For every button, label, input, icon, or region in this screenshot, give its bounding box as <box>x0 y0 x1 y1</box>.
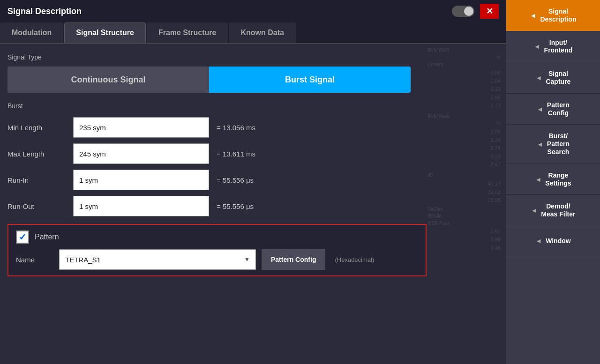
sidebar-icon-burst-pattern-search: ◄ <box>537 141 543 148</box>
evm-header4: EVM Peak <box>428 114 501 119</box>
sidebar-label-pattern-config: PatternConfig <box>547 101 570 117</box>
title-controls: ✕ <box>452 4 499 19</box>
name-dropdown-value: TETRA_S1 <box>65 256 101 264</box>
sidebar-label-input-frontend: Input/Frontend <box>544 39 573 55</box>
evm-95ile: 95%ile <box>428 214 501 219</box>
min-length-row: Min Length = 13.056 ms <box>8 117 414 138</box>
sidebar-label-burst-pattern-search: Burst/PatternSearch <box>547 132 570 156</box>
signal-type-buttons: Continuous Signal Burst Signal <box>8 67 411 93</box>
sidebar-item-input-frontend[interactable]: ◄ Input/Frontend <box>506 31 600 63</box>
evm-val4: 0.05 <box>428 94 501 102</box>
tab-modulation[interactable]: Modulation <box>0 22 63 43</box>
tab-known-data[interactable]: Known Data <box>229 22 295 43</box>
evm-msr: MSR Peak <box>428 221 501 226</box>
sidebar-item-demod-meas-filter[interactable]: ◄ Demod/Meas Filter <box>506 195 600 226</box>
sidebar-label-signal-description: SignalDescription <box>540 7 576 23</box>
checkmark-icon: ✓ <box>19 231 27 243</box>
continuous-signal-button[interactable]: Continuous Signal <box>8 67 209 93</box>
sidebar-item-burst-pattern-search[interactable]: ◄ Burst/PatternSearch <box>506 125 600 163</box>
evm-val14: 5.61 <box>428 228 501 236</box>
sidebar-icon-input-frontend: ◄ <box>534 43 540 50</box>
sidebar-label-range-settings: RangeSettings <box>545 171 571 187</box>
pattern-label: Pattern <box>35 233 59 241</box>
dialog-title: Signal Description <box>8 7 82 16</box>
sidebar-icon-signal-capture: ◄ <box>536 74 542 82</box>
pattern-checkbox[interactable]: ✓ <box>16 230 29 244</box>
pattern-config-button[interactable]: Pattern Config <box>262 249 325 270</box>
evm-val5: 1.12 <box>428 102 501 110</box>
evm-val12: 39.63 <box>428 188 501 197</box>
evm-header1: EVM RMS <box>428 48 501 53</box>
run-out-input[interactable] <box>73 196 209 216</box>
min-length-input[interactable] <box>73 117 209 138</box>
evm-stddev: StdDev <box>428 207 501 212</box>
sidebar-icon-pattern-config: ◄ <box>537 105 543 113</box>
sidebar-icon-window: ◄ <box>535 237 542 245</box>
sidebar-item-range-settings[interactable]: ◄ RangeSettings <box>506 164 600 195</box>
evm-val9: 0.23 <box>428 153 501 161</box>
name-label: Name <box>16 256 53 264</box>
title-bar: Signal Description ✕ <box>0 0 506 22</box>
right-sidebar: ◄ SignalDescription ◄ Input/Frontend ◄ S… <box>506 0 600 364</box>
burst-signal-button[interactable]: Burst Signal <box>209 67 411 93</box>
name-row: Name TETRA_S1 ▼ Pattern Config (Hexadeci… <box>16 249 418 270</box>
burst-label: Burst <box>8 102 414 110</box>
evm-percent2: % <box>428 121 501 126</box>
name-dropdown[interactable]: TETRA_S1 ▼ <box>59 249 256 270</box>
signal-type-label: Signal Type <box>8 53 414 61</box>
min-length-label: Min Length <box>8 124 73 132</box>
sidebar-item-window[interactable]: ◄ Window <box>506 226 600 256</box>
evm-val16: 2.48 <box>428 244 501 253</box>
toggle-switch[interactable] <box>452 6 474 17</box>
run-out-label: Run-Out <box>8 202 73 210</box>
tab-frame-structure[interactable]: Frame Structure <box>147 22 228 43</box>
evm-val8: 2.74 <box>428 144 501 153</box>
hexadecimal-label: (Hexadecimal) <box>335 256 374 263</box>
min-length-equals: = 13.056 ms <box>217 124 255 132</box>
evm-header6: dB <box>428 173 501 178</box>
evm-val10: 2.67 <box>428 161 501 169</box>
run-in-input[interactable] <box>73 170 209 190</box>
evm-overlay: EVM RMS % Current 0.98 1.04 1.13 0.05 1.… <box>422 44 506 364</box>
pattern-section: ✓ Pattern Name TETRA_S1 ▼ Pattern Config… <box>8 224 427 276</box>
sidebar-label-demod-meas-filter: Demod/Meas Filter <box>541 202 575 218</box>
evm-val15: 8.98 <box>428 236 501 244</box>
close-button[interactable]: ✕ <box>480 4 499 19</box>
max-length-equals: = 13.611 ms <box>217 150 255 158</box>
evm-val11: 40.17 <box>428 180 501 188</box>
sidebar-item-signal-capture[interactable]: ◄ SignalCapture <box>506 62 600 94</box>
evm-percent: % <box>428 55 501 60</box>
evm-val3: 1.13 <box>428 85 501 94</box>
sidebar-icon-demod-meas-filter: ◄ <box>531 207 538 214</box>
tab-signal-structure[interactable]: Signal Structure <box>64 22 146 43</box>
sidebar-label-signal-capture: SignalCapture <box>546 70 570 86</box>
sidebar-item-signal-description[interactable]: ◄ SignalDescription <box>506 0 600 31</box>
run-out-row: Run-Out = 55.556 μs <box>8 196 414 216</box>
evm-val2: 1.04 <box>428 77 501 86</box>
max-length-input[interactable] <box>73 143 209 164</box>
evm-current: Current <box>428 62 501 67</box>
content-area: EVM RMS % Current 0.98 1.04 1.13 0.05 1.… <box>0 44 506 364</box>
sidebar-icon-signal-description: ◄ <box>530 12 537 19</box>
evm-val6: 2.00 <box>428 128 501 136</box>
sidebar-item-pattern-config[interactable]: ◄ PatternConfig <box>506 94 600 125</box>
max-length-row: Max Length = 13.611 ms <box>8 143 414 164</box>
pattern-row: ✓ Pattern <box>16 230 418 244</box>
evm-val1: 0.98 <box>428 69 501 77</box>
evm-val13: 38.95 <box>428 196 501 205</box>
sidebar-label-window: Window <box>546 237 571 245</box>
run-out-equals: = 55.556 μs <box>217 202 254 210</box>
form-content: Signal Type Continuous Signal Burst Sign… <box>0 44 422 284</box>
sidebar-icon-range-settings: ◄ <box>535 176 541 183</box>
run-in-label: Run-In <box>8 176 73 184</box>
run-in-row: Run-In = 55.556 μs <box>8 170 414 190</box>
dropdown-arrow-icon: ▼ <box>244 256 250 263</box>
run-in-equals: = 55.556 μs <box>217 176 254 184</box>
evm-val7: 2.34 <box>428 136 501 145</box>
tabs-bar: Modulation Signal Structure Frame Struct… <box>0 22 506 44</box>
max-length-label: Max Length <box>8 150 73 158</box>
